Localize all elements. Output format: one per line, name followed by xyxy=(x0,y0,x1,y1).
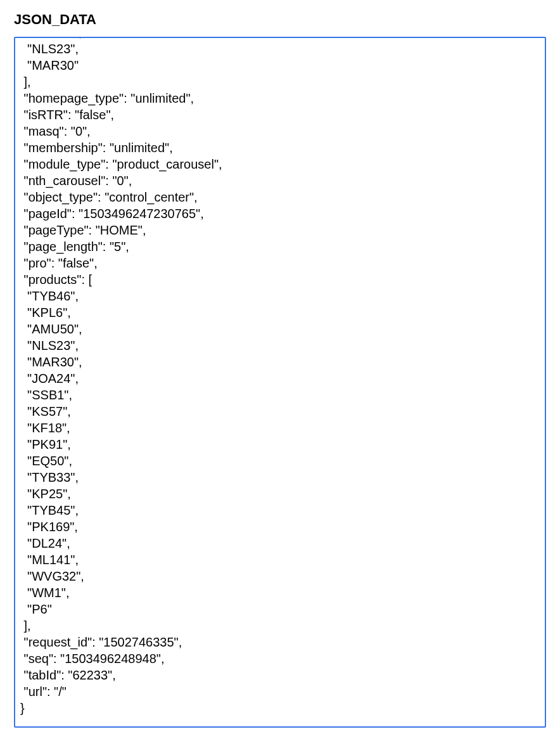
json-text: "AMU50", "NLS23", "MAR30" ], "homepage_t… xyxy=(20,37,540,716)
json-data-panel[interactable]: "AMU50", "NLS23", "MAR30" ], "homepage_t… xyxy=(14,37,546,728)
section-title: JSON_DATA xyxy=(14,11,546,28)
